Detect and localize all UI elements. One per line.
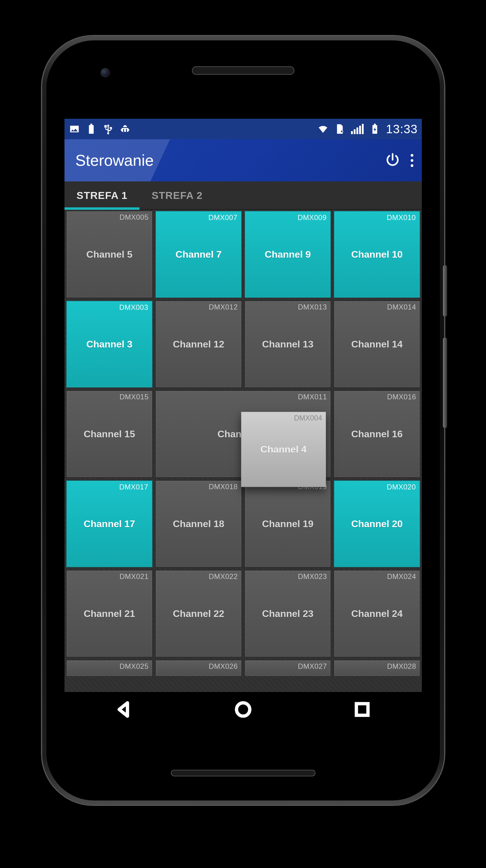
channel-tile[interactable]: DMX005Channel 5	[66, 211, 153, 298]
tile-dmx-label: DMX011	[298, 393, 327, 401]
channel-tile[interactable]: DMX013Channel 13	[245, 301, 331, 388]
tile-channel-name: Channel 15	[84, 429, 135, 440]
action-bar-actions	[385, 152, 413, 169]
channel-tile[interactable]: DMX028	[334, 660, 420, 676]
tile-dmx-label: DMX013	[298, 303, 327, 311]
channel-tile[interactable]: DMX003Channel 3	[66, 301, 153, 388]
dot-icon	[411, 164, 413, 167]
channel-tile[interactable]: DMX020Channel 20	[334, 480, 420, 567]
sim-error-icon	[334, 123, 346, 135]
channel-tile[interactable]: DMX015Channel 15	[66, 391, 153, 477]
nav-home-button[interactable]	[233, 700, 253, 721]
power-button[interactable]	[385, 152, 400, 169]
tile-dmx-label: DMX021	[120, 572, 149, 581]
tile-channel-name: Channel 4	[261, 444, 307, 455]
channel-tile[interactable]: DMX021Channel 21	[66, 570, 153, 657]
channel-tile[interactable]: DMX009Channel 9	[245, 211, 331, 298]
tab-strefa-2[interactable]: STREFA 2	[139, 181, 215, 209]
tab-label: STREFA 1	[76, 190, 127, 201]
channel-tile[interactable]: DMX023Channel 23	[245, 570, 331, 657]
usb-icon	[102, 123, 114, 135]
tile-dmx-label: DMX022	[209, 572, 238, 581]
channel-tile[interactable]: DMX024Channel 24	[334, 570, 420, 657]
status-bar: 13:33	[64, 119, 422, 139]
tabs: STREFA 1 STREFA 2	[64, 181, 422, 210]
channel-tile[interactable]: DMX022Channel 22	[156, 570, 241, 657]
overflow-menu-button[interactable]	[411, 154, 413, 167]
svg-point-0	[236, 703, 250, 716]
battery-charging-icon	[369, 123, 381, 135]
channel-tile[interactable]: DMX016Channel 16	[334, 391, 420, 477]
nav-recent-button[interactable]	[352, 700, 372, 721]
channel-tile[interactable]: DMX017Channel 17	[66, 480, 153, 567]
tile-channel-name: Channel 10	[351, 249, 403, 260]
tile-channel-name: Channel 13	[262, 339, 314, 350]
tile-channel-name: Channel 14	[351, 339, 403, 350]
battery-icon	[86, 123, 97, 135]
channel-grid-area[interactable]: DMX005Channel 5DMX007Channel 7DMX009Chan…	[64, 210, 422, 692]
chin-speaker	[171, 770, 316, 776]
tile-dmx-label: DMX023	[298, 572, 327, 581]
channel-tile[interactable]: DMX026	[156, 660, 241, 676]
tile-channel-name: Channel 12	[173, 339, 224, 350]
tile-dmx-label: DMX007	[208, 213, 237, 222]
tile-channel-name: Channel 23	[262, 608, 314, 619]
status-time: 13:33	[386, 122, 418, 136]
dragging-channel-tile[interactable]: DMX004 Channel 4	[241, 412, 326, 487]
tile-channel-name: Channel 3	[87, 339, 133, 350]
tile-channel-name: Channel 19	[262, 518, 314, 530]
tile-dmx-label: DMX028	[387, 662, 416, 671]
signal-bars-icon	[351, 124, 364, 134]
channel-tile[interactable]: DMX019Channel 19	[245, 480, 331, 567]
tile-dmx-label: DMX020	[387, 483, 416, 491]
nav-back-button[interactable]	[114, 700, 134, 721]
phone-frame: 13:33 Sterowanie	[42, 36, 444, 805]
power-side-button	[443, 265, 447, 316]
page-title: Sterowanie	[75, 151, 154, 169]
channel-tile[interactable]: DMX027	[245, 660, 331, 676]
stage: 13:33 Sterowanie	[0, 0, 486, 868]
screen: 13:33 Sterowanie	[64, 119, 422, 728]
tile-dmx-label: DMX025	[120, 662, 149, 671]
recent-icon	[352, 700, 372, 719]
back-icon	[114, 700, 134, 719]
home-icon	[233, 700, 253, 719]
tab-label: STREFA 2	[152, 190, 202, 201]
svg-rect-1	[356, 704, 368, 715]
tile-dmx-label: DMX009	[298, 213, 327, 222]
volume-side-button	[443, 338, 447, 428]
tile-channel-name: Channel 21	[84, 608, 135, 619]
channel-tile[interactable]: DMX012Channel 12	[156, 301, 241, 388]
tile-channel-name: Channel 24	[351, 608, 403, 619]
tile-dmx-label: DMX027	[298, 662, 327, 671]
tile-dmx-label: DMX003	[119, 303, 148, 312]
status-right-icons: 13:33	[317, 122, 418, 136]
tile-channel-name: Channel 16	[351, 429, 403, 440]
tile-channel-name: Channel 5	[87, 249, 133, 260]
status-left-icons	[69, 123, 131, 135]
channel-tile[interactable]: DMX007Channel 7	[156, 211, 241, 298]
navigation-bar	[64, 692, 422, 728]
channel-tile[interactable]: DMX018Channel 18	[156, 480, 241, 567]
channel-tile[interactable]: DMX025	[66, 660, 153, 676]
tile-dmx-label: DMX005	[120, 213, 149, 221]
debug-icon	[119, 123, 131, 135]
channel-tile[interactable]: DMX010Channel 10	[334, 211, 420, 298]
tile-channel-name: Channel 9	[265, 249, 311, 260]
dot-icon	[411, 154, 413, 157]
tile-dmx-label: DMX012	[209, 303, 238, 311]
dot-icon	[411, 159, 413, 162]
tile-dmx-label: DMX026	[209, 662, 238, 671]
power-icon	[385, 152, 400, 167]
tile-dmx-label: DMX017	[119, 483, 148, 491]
channel-tile[interactable]: DMX014Channel 14	[334, 301, 420, 388]
screenshot-icon	[69, 123, 80, 135]
tile-dmx-label: DMX010	[387, 213, 416, 222]
tile-dmx-label: DMX016	[387, 393, 416, 401]
tile-dmx-label: DMX014	[387, 303, 416, 311]
tile-dmx-label: DMX015	[120, 393, 149, 401]
action-bar: Sterowanie	[64, 139, 422, 181]
front-camera	[101, 68, 110, 77]
tile-channel-name: Channel 18	[173, 518, 224, 530]
tab-strefa-1[interactable]: STREFA 1	[64, 181, 139, 209]
